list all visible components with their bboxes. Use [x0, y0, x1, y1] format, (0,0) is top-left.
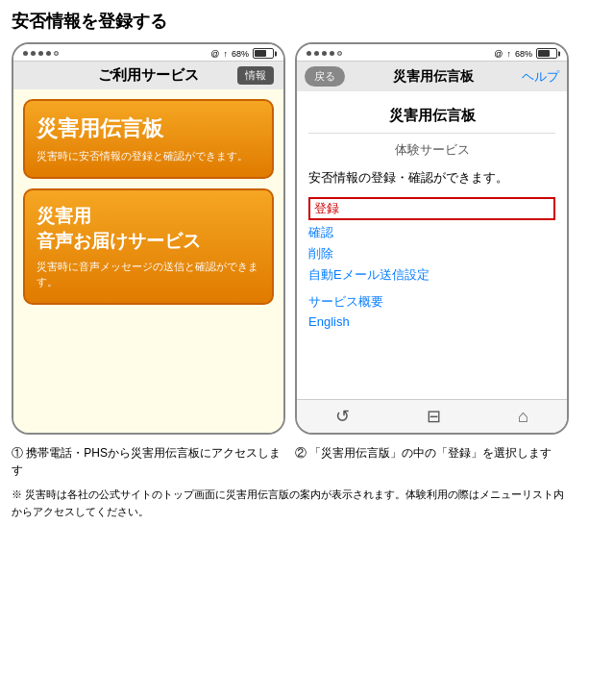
caption-2: ② 「災害用伝言版」の中の「登録」を選択します	[295, 444, 569, 479]
disaster-board-button[interactable]: 災害用伝言板 災害時に安否情報の登録と確認ができます。	[23, 99, 274, 179]
dot-3	[38, 51, 43, 56]
home-icon[interactable]: ⌂	[518, 407, 528, 427]
disaster-board-title: 災害用伝言板	[37, 114, 260, 143]
help-button[interactable]: ヘルプ	[522, 68, 559, 86]
battery-area: @ ↑ 68%	[210, 48, 274, 59]
bookmarks-icon[interactable]: ⊟	[427, 406, 441, 427]
battery-icon-left	[253, 48, 274, 59]
left-phone: @ ↑ 68% ご利用サービス 情報 災害用伝言板 災害時に安否情報の登録と確認…	[12, 42, 285, 435]
captions-row: ① 携帯電話・PHSから災害用伝言板にアクセスします ② 「災害用伝言版」の中の…	[12, 444, 577, 479]
page-title: 安否情報を登録する	[12, 10, 577, 33]
link-confirm[interactable]: 確認	[308, 224, 555, 241]
left-nav-bar: ご利用サービス 情報	[13, 62, 283, 89]
r-dot-3	[322, 51, 327, 56]
left-nav-title: ご利用サービス	[98, 66, 199, 85]
r-dot-5	[337, 51, 342, 56]
back-button[interactable]: 戻る	[305, 66, 345, 87]
right-links-group: 登録 確認 削除 自動Eメール送信設定	[308, 197, 555, 284]
right-signal-icon: ↑	[506, 49, 511, 59]
right-phone-content: 災害用伝言板 体験サービス 安否情報の登録・確認ができます。 登録 確認 削除 …	[297, 91, 567, 399]
dot-4	[46, 51, 51, 56]
caption-1-num: ①	[12, 446, 23, 460]
dot-1	[23, 51, 28, 56]
voice-service-title: 災害用音声お届けサービス	[37, 204, 260, 254]
battery-pct-right: 68%	[515, 49, 532, 59]
caption-1-text: 携帯電話・PHSから災害用伝言板にアクセスします	[12, 446, 281, 477]
voice-service-button[interactable]: 災害用音声お届けサービス 災害時に音声メッセージの送信と確認ができます。	[23, 188, 274, 305]
battery-fill-left	[255, 50, 266, 57]
right-phone: @ ↑ 68% 戻る 災害用伝言板 ヘルプ 災害用伝言板 体験サービス 安否情報…	[295, 42, 569, 435]
right-nav-title: 災害用伝言板	[393, 68, 474, 86]
footer-note: ※ 災害時は各社の公式サイトのトップ画面に災害用伝言版の案内が表示されます。体験…	[12, 487, 569, 520]
right-desc: 安否情報の登録・確認ができます。	[308, 168, 555, 188]
right-battery-area: @ ↑ 68%	[494, 48, 557, 59]
caption-2-text: 「災害用伝言版」の中の「登録」を選択します	[309, 446, 552, 460]
caption-2-num: ②	[295, 446, 307, 460]
battery-pct-left: 68%	[232, 49, 249, 59]
dot-5	[54, 51, 59, 56]
link-service-overview[interactable]: サービス概要	[308, 293, 555, 311]
right-section-title: 災害用伝言板	[308, 99, 555, 134]
right-status-bar: @ ↑ 68%	[297, 44, 567, 62]
right-links-group-2: サービス概要 English	[308, 293, 555, 329]
left-status-bar: @ ↑ 68%	[13, 44, 283, 62]
voice-service-desc: 災害時に音声メッセージの送信と確認ができます。	[37, 260, 260, 289]
link-email-settings[interactable]: 自動Eメール送信設定	[308, 266, 555, 284]
phones-row: @ ↑ 68% ご利用サービス 情報 災害用伝言板 災害時に安否情報の登録と確認…	[12, 42, 577, 435]
caption-1: ① 携帯電話・PHSから災害用伝言板にアクセスします	[12, 444, 285, 479]
refresh-icon[interactable]: ↺	[335, 406, 350, 427]
link-english[interactable]: English	[308, 314, 555, 329]
info-button[interactable]: 情報	[237, 66, 274, 85]
signal-dots	[23, 51, 59, 56]
r-dot-4	[330, 51, 334, 56]
signal-icon: ↑	[223, 49, 228, 59]
link-delete[interactable]: 削除	[308, 245, 555, 262]
dot-2	[31, 51, 36, 56]
right-bottom-bar: ↺ ⊟ ⌂	[297, 399, 567, 433]
right-signal-dots	[307, 51, 342, 56]
battery-fill-right	[538, 50, 550, 57]
gps-icon: @	[210, 49, 219, 59]
battery-icon-right	[536, 48, 557, 59]
r-dot-1	[307, 51, 311, 56]
right-gps-icon: @	[494, 49, 503, 59]
right-subsection: 体験サービス	[308, 141, 555, 162]
disaster-board-desc: 災害時に安否情報の登録と確認ができます。	[37, 149, 260, 163]
link-register[interactable]: 登録	[308, 197, 555, 220]
r-dot-2	[314, 51, 319, 56]
left-phone-content: 災害用伝言板 災害時に安否情報の登録と確認ができます。 災害用音声お届けサービス…	[13, 89, 283, 433]
right-nav-bar: 戻る 災害用伝言板 ヘルプ	[297, 62, 567, 91]
